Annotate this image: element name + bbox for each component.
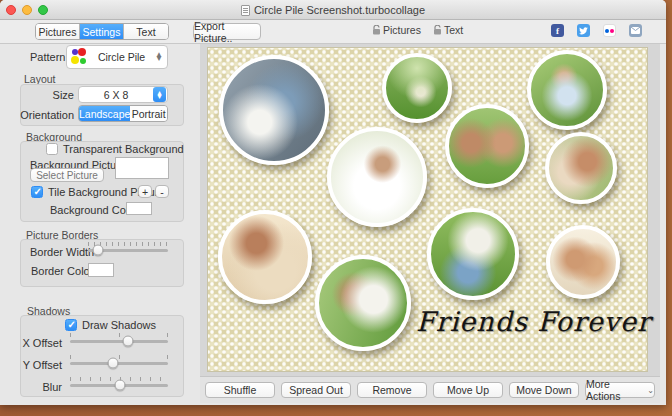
size-select[interactable]: 6 X 8 ▲▼ [78, 86, 168, 103]
collage-photo-2[interactable] [382, 53, 452, 123]
main-area: Friends Forever [200, 44, 660, 376]
collage-photo-6[interactable] [545, 132, 617, 204]
slider-thumb[interactable] [92, 245, 103, 256]
tile-minus-button[interactable]: - [155, 185, 169, 198]
stepper-icon: ▲▼ [153, 87, 166, 102]
x-offset-label: X Offset [18, 337, 62, 349]
y-offset-label: Y Offset [18, 359, 62, 371]
blur-label: Blur [18, 381, 62, 393]
lock-icon [372, 25, 381, 35]
tab-text[interactable]: Text [124, 24, 168, 39]
orientation-landscape[interactable]: Landscape [79, 106, 130, 121]
toolbar: Pictures Settings Text Export Picture.. … [0, 20, 666, 44]
collage-photo-7[interactable] [218, 210, 312, 304]
blur-slider[interactable] [70, 379, 168, 391]
orientation-portrait[interactable]: Portrait [130, 106, 167, 121]
move-up-button[interactable]: Move Up [433, 382, 503, 398]
tile-plus-button[interactable]: + [138, 185, 152, 198]
stepper-icon: ▲▼ [155, 53, 163, 61]
slider-thumb[interactable] [122, 336, 133, 347]
app-window: Circle Pile Screenshot.turbocollage Pict… [0, 0, 666, 405]
draw-shadows-label: Draw Shadows [82, 319, 156, 331]
tab-settings[interactable]: Settings [80, 24, 124, 39]
lock-text-label: Text [444, 24, 463, 36]
settings-panel: Pattern Circle Pile ▲▼ Layout Size 6 X 8… [0, 44, 200, 403]
pattern-select[interactable]: Circle Pile ▲▼ [66, 45, 168, 69]
draw-shadows-checkbox[interactable] [65, 319, 77, 331]
twitter-icon[interactable] [577, 24, 590, 37]
pattern-value: Circle Pile [88, 51, 155, 63]
collage-photo-8[interactable] [315, 255, 411, 351]
email-icon[interactable] [629, 24, 642, 37]
tile-background-checkbox[interactable] [31, 186, 43, 198]
border-color-label: Border Color [31, 265, 93, 277]
slider-thumb[interactable] [114, 380, 125, 391]
background-color-swatch[interactable] [126, 202, 152, 215]
flickr-icon[interactable] [603, 24, 616, 37]
orientation-label: Orientation [14, 109, 74, 121]
background-picture-swatch[interactable] [115, 157, 169, 179]
border-color-swatch[interactable] [88, 263, 114, 277]
slider-thumb[interactable] [108, 358, 119, 369]
collage-photo-10[interactable] [546, 225, 620, 299]
x-offset-slider[interactable] [70, 335, 168, 347]
size-value: 6 X 8 [79, 89, 153, 101]
collage-canvas[interactable]: Friends Forever [207, 47, 648, 372]
collage-photo-5[interactable] [445, 104, 529, 188]
shuffle-button[interactable]: Shuffle [205, 382, 275, 398]
y-offset-slider[interactable] [70, 357, 168, 369]
pattern-dots-icon [70, 48, 88, 66]
title-bar: Circle Pile Screenshot.turbocollage [0, 0, 666, 20]
orientation-control: Landscape Portrait [78, 105, 168, 122]
border-width-slider[interactable] [88, 244, 168, 256]
lock-pictures-toggle[interactable]: Pictures [372, 24, 421, 36]
size-label: Size [28, 89, 74, 101]
collage-photo-9[interactable] [427, 208, 519, 300]
tab-pictures[interactable]: Pictures [36, 24, 80, 39]
remove-button[interactable]: Remove [357, 382, 427, 398]
collage-photo-1[interactable] [219, 55, 329, 165]
lock-text-toggle[interactable]: Text [433, 24, 463, 36]
background-color-label: Background Color [50, 204, 138, 216]
mode-tabs: Pictures Settings Text [35, 23, 169, 40]
document-icon [241, 5, 250, 16]
collage-photo-4[interactable] [327, 127, 427, 227]
move-down-button[interactable]: Move Down [509, 382, 579, 398]
action-bar: Shuffle Spread Out Remove Move Up Move D… [200, 376, 660, 403]
export-picture-button[interactable]: Export Picture.. [193, 23, 261, 40]
more-actions-button[interactable]: More Actions ⌄ [585, 382, 655, 398]
lock-icon [433, 25, 442, 35]
collage-photo-3[interactable] [527, 50, 607, 130]
lock-pictures-label: Pictures [383, 24, 421, 36]
spread-out-button[interactable]: Spread Out [281, 382, 351, 398]
chevron-down-icon: ⌄ [647, 386, 654, 395]
collage-caption[interactable]: Friends Forever [416, 306, 644, 337]
transparent-background-label: Transparent Background [63, 143, 184, 155]
window-title: Circle Pile Screenshot.turbocollage [254, 4, 425, 16]
border-width-label: Border Width [30, 246, 94, 258]
transparent-background-checkbox[interactable] [46, 143, 58, 155]
pattern-label: Pattern [30, 51, 65, 63]
select-picture-button[interactable]: Select Picture [30, 168, 104, 182]
facebook-icon[interactable]: f [551, 24, 564, 37]
